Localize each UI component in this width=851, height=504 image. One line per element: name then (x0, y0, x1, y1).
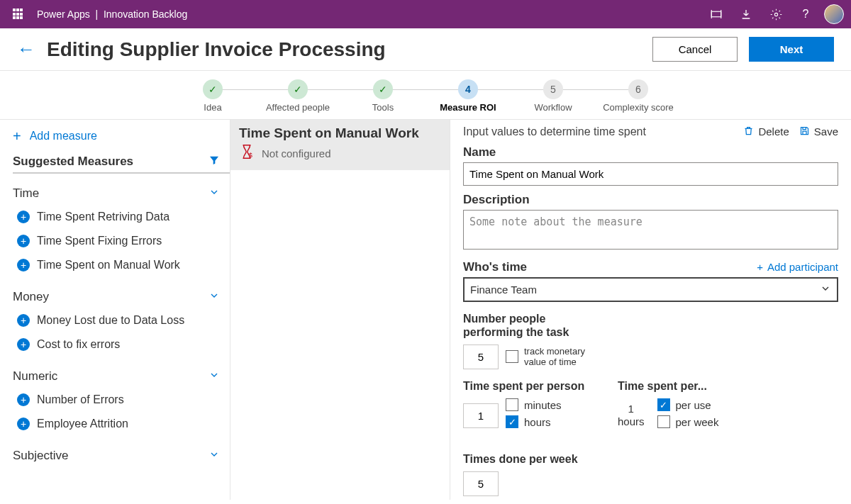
measure-item-label: Time Spent Retriving Data (37, 211, 169, 223)
add-circle-icon: + (17, 418, 30, 430)
per-week-checkbox[interactable] (657, 415, 670, 428)
cancel-button[interactable]: Cancel (652, 37, 738, 62)
measure-item-label: Number of Errors (37, 393, 124, 406)
suggested-measures-heading: Suggested Measures (13, 155, 133, 169)
times-done-label: Times done per week (463, 452, 578, 466)
save-button[interactable]: Save (799, 125, 838, 138)
step-label: Idea (170, 102, 255, 113)
measure-item-label: Employee Attrition (37, 418, 128, 430)
fit-icon[interactable] (705, 3, 728, 26)
num-people-label: Number people performing the task (463, 312, 584, 339)
step-label: Workflow (511, 102, 596, 113)
name-label: Name (463, 145, 838, 159)
measure-item[interactable]: +Cost to fix errors (13, 332, 230, 357)
group-header[interactable]: Subjective (13, 444, 230, 467)
hours-checkbox[interactable]: ✓ (506, 415, 518, 428)
add-circle-icon: + (17, 338, 30, 351)
download-icon[interactable] (735, 3, 757, 26)
app-breadcrumb: Power Apps | Innovation Backlog (37, 9, 187, 20)
measure-detail-panel: Input values to determine time spent Del… (450, 120, 851, 500)
delete-button[interactable]: Delete (743, 125, 789, 138)
group-name: Time (13, 186, 39, 201)
wizard-step[interactable]: 4Measure ROI (425, 79, 511, 113)
measure-item[interactable]: +Employee Attrition (13, 412, 230, 436)
step-label: Measure ROI (425, 102, 511, 113)
measure-card[interactable]: Time Spent on Manual Work $ Not configur… (230, 120, 450, 170)
time-per-person-label: Time spent per person (463, 379, 598, 393)
wizard-step[interactable]: ✓Affected people (255, 79, 340, 113)
step-circle: ✓ (373, 79, 393, 99)
wizard-step[interactable]: ✓Idea (170, 79, 255, 113)
step-circle: ✓ (203, 79, 223, 99)
wizard-step[interactable]: 5Workflow (511, 79, 596, 113)
chevron-down-icon (208, 449, 220, 462)
top-bar: Power Apps | Innovation Backlog ? (0, 0, 851, 28)
page-header: ← Editing Supplier Invoice Processing Ca… (0, 28, 851, 71)
step-circle: 6 (628, 79, 648, 99)
per-use-checkbox[interactable]: ✓ (657, 398, 670, 411)
page-title: Editing Supplier Invoice Processing (47, 38, 641, 61)
name-input[interactable] (463, 162, 838, 186)
whos-time-label: Who's time (463, 260, 527, 274)
whos-time-select[interactable]: Finance Team (463, 277, 838, 302)
hourglass-dollar-icon: $ (239, 144, 255, 163)
group-name: Money (13, 290, 49, 304)
filter-icon[interactable] (208, 155, 220, 169)
time-per-person-input[interactable] (463, 403, 499, 428)
track-monetary-label: track monetary value of time (524, 346, 602, 368)
description-input[interactable] (463, 210, 838, 250)
add-measure-button[interactable]: + Add measure (13, 125, 230, 152)
gear-icon[interactable] (764, 3, 787, 26)
track-monetary-checkbox[interactable] (506, 350, 518, 363)
back-arrow-icon[interactable]: ← (17, 38, 35, 60)
times-done-input[interactable] (463, 471, 499, 496)
detail-hint: Input values to determine time spent (463, 125, 733, 138)
selected-measure-column: Time Spent on Manual Work $ Not configur… (230, 120, 450, 500)
time-spent-per-label: Time spent per... (618, 379, 745, 393)
measure-item-label: Time Spent Fixing Errors (37, 235, 162, 247)
minutes-checkbox[interactable] (506, 398, 518, 411)
add-circle-icon: + (17, 211, 30, 223)
num-people-input[interactable] (463, 345, 499, 369)
description-label: Description (463, 193, 838, 207)
group-header[interactable]: Time (13, 182, 230, 205)
add-circle-icon: + (17, 235, 30, 247)
avatar[interactable] (824, 4, 844, 24)
svg-point-3 (774, 13, 777, 16)
app-name[interactable]: Power Apps (37, 9, 90, 20)
group-name: Numeric (13, 369, 57, 383)
measure-item[interactable]: +Time Spent on Manual Work (13, 253, 230, 277)
measure-item-label: Time Spent on Manual Work (37, 259, 180, 271)
step-label: Affected people (255, 102, 340, 113)
measure-card-status: Not configured (262, 147, 331, 159)
whos-time-value: Finance Team (470, 284, 537, 296)
measure-item[interactable]: +Money Lost due to Data Loss (13, 308, 230, 332)
step-circle: 5 (543, 79, 563, 99)
measures-sidebar: + Add measure Suggested Measures Time+Ti… (0, 120, 230, 500)
measure-item[interactable]: +Number of Errors (13, 388, 230, 412)
step-label: Complexity score (596, 102, 681, 113)
wizard-stepper: ✓Idea✓Affected people✓Tools4Measure ROI5… (0, 71, 851, 120)
group-header[interactable]: Numeric (13, 365, 230, 388)
measure-item[interactable]: +Time Spent Fixing Errors (13, 229, 230, 253)
add-participant-button[interactable]: + Add participant (757, 261, 838, 273)
chevron-down-icon (208, 369, 220, 383)
add-measure-label: Add measure (30, 130, 97, 142)
group-header[interactable]: Money (13, 286, 230, 308)
next-button[interactable]: Next (749, 37, 834, 62)
add-circle-icon: + (17, 314, 30, 327)
svg-rect-0 (711, 11, 721, 17)
measure-item-label: Cost to fix errors (37, 338, 120, 351)
wizard-step[interactable]: 6Complexity score (596, 79, 681, 113)
chevron-down-icon (208, 290, 220, 303)
trash-icon (743, 125, 754, 138)
add-circle-icon: + (17, 259, 30, 271)
measure-item[interactable]: +Time Spent Retriving Data (13, 205, 230, 229)
help-icon[interactable]: ? (794, 3, 817, 26)
svg-text:$: $ (249, 152, 252, 159)
plus-icon: + (757, 261, 763, 273)
wizard-step[interactable]: ✓Tools (340, 79, 425, 113)
step-label: Tools (340, 102, 425, 113)
waffle-icon[interactable] (7, 3, 30, 26)
chevron-down-icon (820, 283, 831, 296)
